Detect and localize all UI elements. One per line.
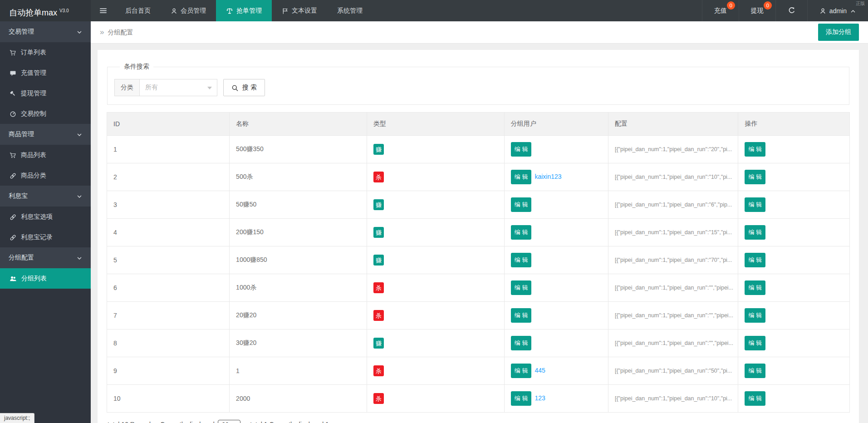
edit-row-button[interactable]: 编 辑 — [745, 364, 765, 378]
table-row: 8 30赚20 赚 编 辑 [{"pipei_dan_num":1,"pipei… — [107, 330, 850, 357]
user-link[interactable]: kaixin123 — [535, 173, 561, 180]
search-legend: 条件搜索 — [120, 63, 153, 71]
cell-type: 杀 — [367, 357, 504, 385]
menu-icon — [99, 7, 107, 15]
cell-users: 编 辑 — [504, 246, 608, 274]
type-badge: 赚 — [373, 338, 384, 349]
edit-users-button[interactable]: 编 辑 — [511, 170, 532, 184]
cell-config: [{"pipei_dan_num":1,"pipei_dan_run":"6",… — [608, 191, 738, 219]
sidebar-group-interest[interactable]: 利息宝 — [0, 186, 91, 207]
sidebar-item-recharge-manage[interactable]: 充值管理 — [0, 63, 91, 83]
sidebar-item-goods-category[interactable]: 商品分类 — [0, 165, 91, 186]
refresh-button[interactable] — [775, 0, 807, 21]
add-group-button[interactable]: 添加分组 — [818, 24, 859, 41]
edit-users-button[interactable]: 编 辑 — [511, 336, 532, 350]
pagination-prefix: total 10 Records，Currently displayed — [108, 421, 215, 423]
search-fieldset: 条件搜索 分类 所有 搜 索 — [107, 63, 849, 105]
edit-row-button[interactable]: 编 辑 — [745, 308, 765, 323]
edit-row-button[interactable]: 编 辑 — [745, 253, 765, 267]
link-icon — [10, 233, 16, 241]
edit-users-button[interactable]: 编 辑 — [511, 280, 532, 295]
page-size-select[interactable]: 20 — [218, 420, 241, 423]
edit-row-button[interactable]: 编 辑 — [745, 225, 765, 240]
magnifier-icon — [231, 84, 239, 91]
cell-ops: 编 辑 — [738, 302, 850, 330]
cell-type: 赚 — [367, 136, 504, 163]
recharge-count-badge: 0 — [727, 1, 735, 10]
cell-name: 1000赚850 — [230, 246, 367, 274]
cell-name: 30赚20 — [230, 330, 367, 357]
sidebar-item-trade-control[interactable]: 交易控制 — [0, 103, 91, 124]
chevron-down-icon — [76, 254, 83, 261]
col-header-config: 配置 — [608, 113, 738, 136]
cell-users: 编 辑445 — [504, 357, 608, 385]
cell-type: 杀 — [367, 274, 504, 302]
sidebar-item-withdraw-manage[interactable]: 提现管理 — [0, 83, 91, 103]
sidebar-item-interest-options[interactable]: 利息宝选项 — [0, 207, 91, 227]
sidebar-group-grouping[interactable]: 分组配置 — [0, 247, 91, 268]
edit-row-button[interactable]: 编 辑 — [745, 280, 765, 295]
edit-users-button[interactable]: 编 辑 — [511, 308, 532, 323]
category-select[interactable]: 所有 — [139, 79, 217, 96]
nav-item-home[interactable]: 后台首页 — [115, 0, 161, 21]
user-link[interactable]: 123 — [535, 394, 545, 402]
edit-row-button[interactable]: 编 辑 — [745, 391, 765, 406]
cell-config: [{"pipei_dan_num":1,"pipei_dan_run":"10"… — [608, 163, 738, 191]
cell-config: [{"pipei_dan_num":1,"pipei_dan_run":"","… — [608, 274, 738, 302]
withdraw-count-badge: 0 — [764, 1, 772, 10]
genuine-watermark: 正版 — [856, 0, 865, 7]
edit-users-button[interactable]: 编 辑 — [511, 253, 532, 267]
sidebar-item-group-list[interactable]: 分组列表 — [0, 268, 91, 289]
cell-id: 9 — [107, 357, 230, 385]
cell-users: 编 辑 — [504, 191, 608, 219]
cell-type: 赚 — [367, 330, 504, 357]
type-badge: 杀 — [373, 365, 384, 376]
cart-icon — [10, 49, 16, 56]
edit-users-button[interactable]: 编 辑 — [511, 364, 532, 378]
cell-ops: 编 辑 — [738, 357, 850, 385]
cell-id: 2 — [107, 163, 230, 191]
sidebar: 交易管理 订单列表 充值管理 提现管理 交易控制 商品管理 商品列表 商品分类 … — [0, 21, 91, 423]
sidebar-group-goods[interactable]: 商品管理 — [0, 124, 91, 145]
edit-row-button[interactable]: 编 辑 — [745, 336, 765, 350]
user-link[interactable]: 445 — [535, 367, 545, 374]
type-badge: 杀 — [373, 310, 384, 321]
edit-users-button[interactable]: 编 辑 — [511, 142, 532, 157]
nav-item-text-settings[interactable]: 文本设置 — [272, 0, 327, 21]
cell-type: 赚 — [367, 246, 504, 274]
table-row: 3 50赚50 赚 编 辑 [{"pipei_dan_num":1,"pipei… — [107, 191, 850, 219]
search-button[interactable]: 搜 索 — [223, 79, 265, 96]
category-label: 分类 — [114, 79, 139, 96]
edit-users-button[interactable]: 编 辑 — [511, 197, 532, 212]
nav-item-members[interactable]: 会员管理 — [161, 0, 216, 21]
edit-row-button[interactable]: 编 辑 — [745, 142, 765, 157]
edit-users-button[interactable]: 编 辑 — [511, 225, 532, 240]
recharge-button[interactable]: 充值0 — [702, 0, 739, 21]
link-icon — [10, 172, 16, 179]
nav-item-system[interactable]: 系统管理 — [327, 0, 373, 21]
cell-id: 5 — [107, 246, 230, 274]
nav-item-order-grab[interactable]: 抢单管理 — [216, 0, 272, 21]
type-badge: 杀 — [373, 172, 384, 182]
cart-icon — [10, 151, 16, 159]
edit-row-button[interactable]: 编 辑 — [745, 170, 765, 184]
sidebar-toggle-button[interactable] — [91, 0, 115, 21]
cell-config: [{"pipei_dan_num":1,"pipei_dan_run":"20"… — [608, 136, 738, 163]
cell-config: [{"pipei_dan_num":1,"pipei_dan_run":"70"… — [608, 246, 738, 274]
sidebar-group-trade[interactable]: 交易管理 — [0, 21, 91, 42]
table-row: 5 1000赚850 赚 编 辑 [{"pipei_dan_num":1,"pi… — [107, 246, 850, 274]
cell-ops: 编 辑 — [738, 191, 850, 219]
link-icon — [10, 213, 16, 221]
sidebar-item-interest-records[interactable]: 利息宝记录 — [0, 227, 91, 247]
pagination: total 10 Records，Currently displayed 20 … — [107, 413, 850, 423]
edit-row-button[interactable]: 编 辑 — [745, 197, 765, 212]
withdraw-button[interactable]: 提现0 — [739, 0, 775, 21]
sidebar-item-goods-list[interactable]: 商品列表 — [0, 145, 91, 165]
chevron-down-icon — [76, 131, 83, 138]
sidebar-item-order-list[interactable]: 订单列表 — [0, 42, 91, 63]
table-row: 7 20赚20 杀 编 辑 [{"pipei_dan_num":1,"pipei… — [107, 302, 850, 330]
cell-ops: 编 辑 — [738, 246, 850, 274]
edit-users-button[interactable]: 编 辑 — [511, 391, 532, 406]
type-badge: 杀 — [373, 282, 384, 293]
topbar-actions: 充值0 提现0 admin — [702, 0, 868, 21]
